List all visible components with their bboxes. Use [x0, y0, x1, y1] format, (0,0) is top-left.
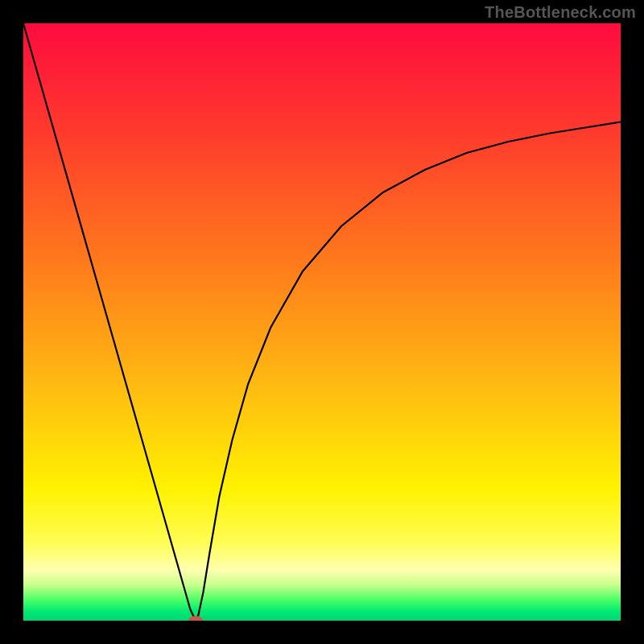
bottleneck-chart — [0, 0, 644, 644]
plot-background — [23, 23, 621, 621]
chart-frame: TheBottleneck.com — [0, 0, 644, 644]
min-point-marker — [188, 616, 203, 625]
watermark-text: TheBottleneck.com — [485, 3, 636, 22]
